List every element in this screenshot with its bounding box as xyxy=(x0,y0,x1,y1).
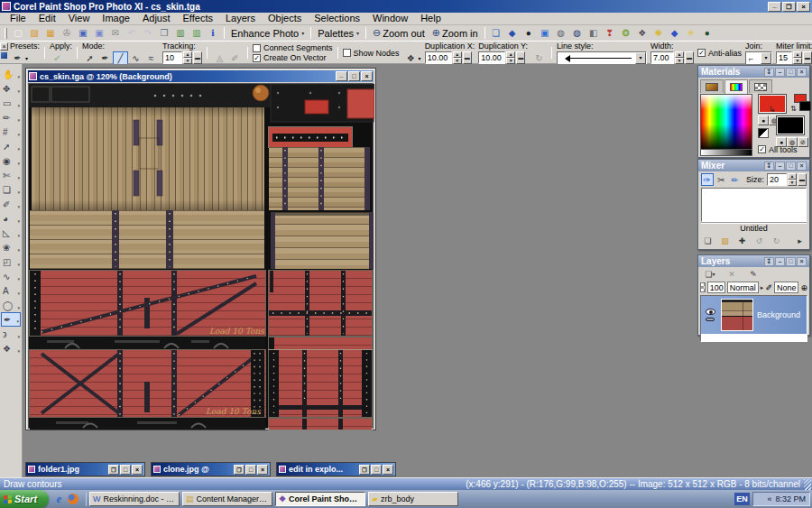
effect-icon-1[interactable]: ❑ xyxy=(488,26,504,40)
materials-titlebar[interactable]: Materials ↧ – □ × xyxy=(698,66,809,78)
restore-button[interactable] xyxy=(359,465,370,475)
mixer-size-slider-button[interactable]: ▬ xyxy=(798,173,807,186)
duplication-y-input[interactable]: 10.00 xyxy=(478,51,505,64)
width-spinner[interactable]: ▲▼ xyxy=(675,51,684,64)
window-titlebar[interactable]: Corel Paint Shop Pro Photo XI - cs_skin.… xyxy=(0,0,812,13)
duplication-y-slider-button[interactable]: ▬ xyxy=(516,51,525,64)
browse-icon[interactable]: ▦ xyxy=(42,26,59,40)
paint-brush-tool[interactable]: ✐ xyxy=(1,197,21,211)
palette-minimize-button[interactable]: – xyxy=(775,162,785,171)
dropper-tool[interactable]: ✏ xyxy=(1,110,21,125)
mode-edit-icon[interactable]: ➚ xyxy=(82,51,97,65)
show-nodes-checkbox[interactable]: Show Nodes xyxy=(343,48,400,58)
mode-bezier-icon[interactable]: ∿ xyxy=(128,51,143,65)
airbrush-tool[interactable]: ∿ xyxy=(1,269,21,283)
effect-icon-8[interactable]: ❣ xyxy=(602,26,618,40)
tab-frame[interactable] xyxy=(700,79,724,93)
mixer-knife-button[interactable]: ✂ xyxy=(715,173,727,186)
bg-transparent-button[interactable]: ⊘ xyxy=(798,137,808,147)
color-picker[interactable] xyxy=(700,94,752,150)
effect-icon-13[interactable]: ☀ xyxy=(683,26,699,40)
menu-item[interactable]: Image xyxy=(96,13,136,24)
menu-item[interactable]: Effects xyxy=(177,13,219,24)
palette-close-button[interactable]: × xyxy=(797,68,807,77)
palette-maximize-button[interactable]: □ xyxy=(786,162,796,171)
enhance-photo-button[interactable]: Enhance Photo xyxy=(227,26,308,40)
create-on-vector-checkbox[interactable]: Create On Vector xyxy=(253,53,333,63)
save-as-icon[interactable]: ▣ xyxy=(91,26,107,40)
restore-button[interactable] xyxy=(108,465,119,475)
swap-colors-icon[interactable]: ⇅ xyxy=(790,105,797,113)
effect-icon-14[interactable]: ● xyxy=(699,26,715,40)
palette-maximize-button[interactable]: □ xyxy=(786,68,796,77)
pin-icon[interactable]: ↧ xyxy=(764,68,774,77)
tracking-input[interactable]: 10 xyxy=(162,51,182,64)
blend-mode-arrow[interactable]: ▸ xyxy=(761,282,764,293)
menu-item[interactable]: Layers xyxy=(219,13,262,24)
layer-view-only-icon[interactable] xyxy=(706,318,715,321)
apply-button[interactable]: ✔ xyxy=(50,51,65,65)
fg-color-style-button[interactable]: ● xyxy=(758,115,769,125)
mixer-dropper-button[interactable]: ✏ xyxy=(729,173,741,186)
mixer-tube-button[interactable]: ✑ xyxy=(701,173,714,186)
effect-icon-4[interactable]: ▣ xyxy=(537,26,553,40)
duplication-y-spinner[interactable]: ▲▼ xyxy=(506,51,515,64)
mixer-menu-arrow[interactable]: ▸ xyxy=(794,236,806,246)
effect-icon-3[interactable]: ● xyxy=(521,26,537,40)
effect-icon-2[interactable]: ◆ xyxy=(504,26,521,40)
text-tool[interactable]: A xyxy=(1,283,21,298)
mixer-unmix-button[interactable]: ↺ xyxy=(753,236,765,246)
mode-draw-point-icon[interactable]: ✒ xyxy=(97,51,113,65)
close-button[interactable] xyxy=(132,465,143,475)
open-file-icon[interactable]: ▨ xyxy=(26,26,42,40)
palette-minimize-button[interactable]: – xyxy=(775,257,785,266)
blend-mode-dropdown[interactable]: Normal xyxy=(727,282,759,293)
start-button[interactable]: Start xyxy=(0,490,49,508)
doc-minimize-button[interactable] xyxy=(336,71,347,81)
mixer-canvas[interactable] xyxy=(701,188,807,222)
red-eye-tool[interactable]: ◉ xyxy=(1,153,21,168)
effect-icon-5[interactable]: ◍ xyxy=(553,26,569,40)
menu-item[interactable]: Objects xyxy=(262,13,308,24)
restore-button[interactable] xyxy=(234,465,245,475)
menu-item[interactable]: Adjust xyxy=(136,13,177,24)
mixer-new-page-button[interactable]: ❏ xyxy=(702,236,714,246)
menu-item[interactable]: Window xyxy=(366,13,414,24)
warp-brush-tool[interactable]: ϶ xyxy=(1,327,21,341)
tab-rainbow[interactable] xyxy=(724,79,748,94)
layer-opacity-input[interactable]: 100 xyxy=(707,282,725,293)
duplication-x-spinner[interactable]: ▲▼ xyxy=(453,51,462,64)
new-layer-button[interactable]: ❏▾ xyxy=(701,268,719,280)
palettes-button[interactable]: Palettes xyxy=(314,26,363,40)
tracking-slider-button[interactable]: ▬ xyxy=(193,51,202,64)
menu-item[interactable]: View xyxy=(62,13,97,24)
menu-item[interactable]: Edit xyxy=(32,13,62,24)
tool-options-close-button[interactable]: × xyxy=(0,42,8,51)
mixer-titlebar[interactable]: Mixer ↧ – □ × xyxy=(698,160,809,171)
layers-titlebar[interactable]: Layers ↧ – □ × xyxy=(698,255,809,267)
image-canvas[interactable]: Load 10 Tons xyxy=(28,83,374,429)
undo-icon[interactable]: ↶ xyxy=(124,26,140,40)
new-file-icon[interactable]: ▢ xyxy=(10,26,26,40)
document-window[interactable]: cs_skin.tga @ 120% (Background) xyxy=(25,68,376,430)
effect-icon-10[interactable]: ❖ xyxy=(634,26,651,40)
info-icon[interactable]: ℹ xyxy=(205,26,221,40)
background-mini-swatch[interactable] xyxy=(799,101,811,111)
miter-limit-slider-button[interactable]: ▬ xyxy=(803,51,812,64)
zoom-in-button[interactable]: ⊕Zoom in xyxy=(429,26,482,40)
doc-close-button[interactable] xyxy=(361,71,373,81)
effect-icon-9[interactable]: ❂ xyxy=(618,26,634,40)
menu-item[interactable]: Selections xyxy=(308,13,366,24)
effect-icon-7[interactable]: ◧ xyxy=(586,26,602,40)
selection-tool[interactable]: ▭ xyxy=(1,96,21,110)
layer-visibility-icon[interactable] xyxy=(706,309,715,315)
minimized-document-window[interactable]: folder1.jpg xyxy=(25,462,145,476)
background-color-swatch[interactable] xyxy=(776,115,805,135)
pin-icon[interactable]: ↧ xyxy=(764,162,774,171)
palette-close-button[interactable]: × xyxy=(797,257,807,266)
picture-tube-tool[interactable]: ❀ xyxy=(1,240,21,254)
anti-alias-checkbox[interactable]: Anti-alias xyxy=(697,48,742,58)
close-button[interactable] xyxy=(383,465,393,475)
delete-layer-button[interactable]: ✕ xyxy=(723,268,741,280)
line-style-dropdown[interactable]: ▾ xyxy=(557,51,647,65)
